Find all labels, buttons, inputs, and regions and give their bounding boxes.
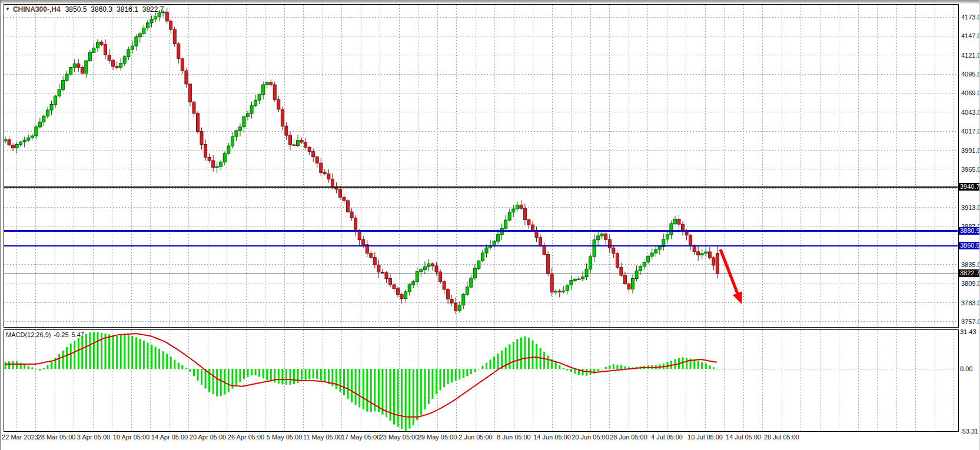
macd-name: MACD(12,26,9) <box>6 331 51 338</box>
chart-canvas[interactable] <box>1 0 980 450</box>
macd-main-value: -0.25 <box>54 331 68 338</box>
symbol-dropdown-icon[interactable]: ▼ <box>5 6 10 12</box>
symbol-period-label: CHINA300-,H4 <box>13 5 61 14</box>
ohlc-close: 3822.7 <box>142 5 164 14</box>
ohlc-high: 3860.3 <box>91 5 112 14</box>
macd-signal-value: 5.47 <box>72 331 84 338</box>
trading-chart-window: ▼CHINA300-,H43850.53860.33816.13822.7 MA… <box>0 0 980 450</box>
price-axis[interactable] <box>959 4 980 431</box>
macd-indicator-label: MACD(12,26,9)-0.255.47 <box>6 331 87 338</box>
time-axis[interactable] <box>4 432 958 446</box>
down-arrow-annotation[interactable] <box>720 249 738 293</box>
ohlc-low: 3816.1 <box>117 5 138 14</box>
ohlc-open: 3850.5 <box>65 5 87 14</box>
chart-title: ▼CHINA300-,H43850.53860.33816.13822.7 <box>5 5 168 14</box>
